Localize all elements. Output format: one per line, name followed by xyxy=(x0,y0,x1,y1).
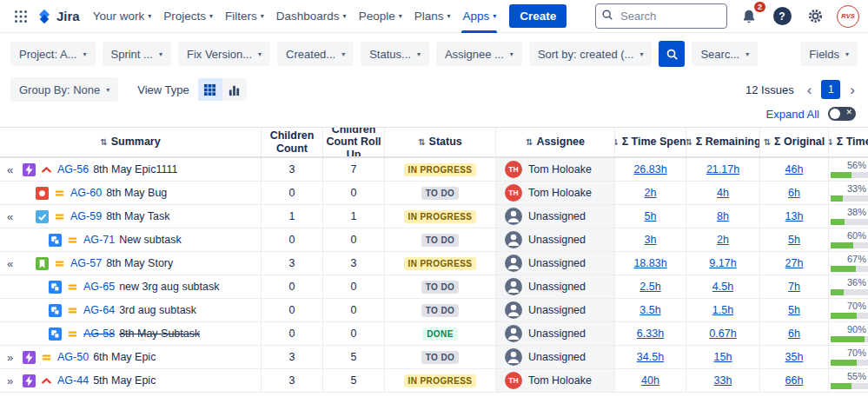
table-row[interactable]: « AG-59 8th May Task 1 1 IN PROGRESS xyxy=(0,205,868,228)
grid-view-button[interactable] xyxy=(198,78,222,101)
column-header-remaining[interactable]: ⇅ Σ Remaining xyxy=(686,128,759,156)
time-original-link[interactable]: 5h xyxy=(788,304,800,316)
time-remaining-link[interactable]: 33h xyxy=(714,374,732,387)
time-spent-link[interactable]: 3.5h xyxy=(639,304,660,316)
expand-collapse-icon[interactable]: « xyxy=(7,163,13,176)
table-row[interactable]: » AG-44 5th May Epic 3 5 IN PROGRESS TH xyxy=(0,369,868,393)
filter-dropdown-button[interactable]: Fix Version... ▾ xyxy=(178,42,270,66)
fields-button[interactable]: Fields ▾ xyxy=(800,42,858,66)
time-remaining-link[interactable]: 1.5h xyxy=(712,304,733,316)
apply-search-button[interactable] xyxy=(659,41,685,67)
issue-key-link[interactable]: AG-57 xyxy=(70,257,102,269)
time-spent-link[interactable]: 2h xyxy=(645,187,657,199)
expand-collapse-icon[interactable]: « xyxy=(7,210,13,223)
nav-item-filters[interactable]: Filters ▾ xyxy=(219,0,270,33)
time-original-link[interactable]: 6h xyxy=(788,187,800,199)
time-remaining-link[interactable]: 4h xyxy=(717,187,729,199)
time-spent-link[interactable]: 5h xyxy=(645,210,657,222)
nav-item-plans[interactable]: Plans ▾ xyxy=(408,0,457,33)
notifications-button[interactable]: 2 xyxy=(738,5,760,28)
user-avatar[interactable]: RVS xyxy=(837,5,859,28)
table-row[interactable]: « AG-56 8th May Epic1111 3 7 IN PROGRESS… xyxy=(0,158,868,182)
column-header-children-count-rollup[interactable]: Children Count Roll Up xyxy=(322,128,384,156)
create-button[interactable]: Create xyxy=(509,4,567,28)
table-row[interactable]: AG-65 new 3rg aug subtask 0 0 TO DO Unas… xyxy=(0,275,868,299)
time-original-link[interactable]: 6h xyxy=(788,328,800,340)
time-original-link[interactable]: 35h xyxy=(785,351,804,363)
time-original-link[interactable]: 5h xyxy=(788,234,800,246)
time-remaining-link[interactable]: 4.5h xyxy=(712,281,733,293)
time-original-link[interactable]: 27h xyxy=(785,257,804,269)
column-header-time-spent[interactable]: ⇅ Σ Time Spent xyxy=(614,128,686,156)
assignee-avatar xyxy=(505,301,522,319)
group-by-dropdown[interactable]: Group By: None ▾ xyxy=(10,77,118,102)
nav-item-dashboards[interactable]: Dashboards ▾ xyxy=(270,0,353,33)
filter-dropdown-button[interactable]: Assignee ... ▾ xyxy=(436,42,522,66)
column-header-time-percent[interactable]: ⇅ Σ Time xyxy=(828,128,868,156)
expand-collapse-icon[interactable]: » xyxy=(7,351,13,364)
page-number-button[interactable]: 1 xyxy=(821,80,840,99)
time-original-link[interactable]: 7h xyxy=(788,281,800,293)
issue-key-link[interactable]: AG-60 xyxy=(70,187,102,199)
column-header-summary[interactable]: ⇅ Summary xyxy=(0,128,261,156)
issue-key-link[interactable]: AG-71 xyxy=(83,234,115,246)
expand-all-toggle[interactable]: ✕ xyxy=(828,107,856,121)
column-header-assignee[interactable]: ⇅ Assignee xyxy=(495,128,614,156)
time-remaining-link[interactable]: 15h xyxy=(714,351,732,363)
time-remaining-link[interactable]: 9.17h xyxy=(709,257,736,269)
nav-item-your-work[interactable]: Your work ▾ xyxy=(87,0,158,33)
time-original-link[interactable]: 46h xyxy=(785,163,804,175)
table-row[interactable]: AG-71 New subtask 0 0 TO DO Unassigned 3… xyxy=(0,228,868,252)
expand-collapse-icon[interactable]: « xyxy=(7,257,13,270)
chart-view-button[interactable] xyxy=(222,78,247,101)
text-search-filter-button[interactable]: Searc... ▾ xyxy=(692,42,758,66)
issue-key-link[interactable]: AG-50 xyxy=(57,351,89,363)
time-remaining-link[interactable]: 8h xyxy=(717,210,729,222)
filter-dropdown-button[interactable]: Project: A... ▾ xyxy=(10,42,96,66)
issue-key-link[interactable]: AG-58 xyxy=(83,328,115,340)
table-row[interactable]: AG-58 8th May Subtask 0 0 DONE Unassigne… xyxy=(0,322,868,346)
time-remaining-link[interactable]: 0.67h xyxy=(709,328,736,340)
time-spent-link[interactable]: 2.5h xyxy=(639,281,660,293)
expand-collapse-icon[interactable]: » xyxy=(7,374,13,387)
time-remaining-link[interactable]: 21.17h xyxy=(706,163,739,175)
settings-button[interactable] xyxy=(804,5,826,28)
table-row[interactable]: AG-64 3rd aug subtask 0 0 TO DO Unassign… xyxy=(0,299,868,322)
prev-page-button[interactable]: ‹ xyxy=(805,83,815,97)
issue-key-link[interactable]: AG-59 xyxy=(70,210,102,222)
search-input[interactable] xyxy=(595,3,727,29)
time-original-link[interactable]: 13h xyxy=(785,210,804,222)
time-spent-link[interactable]: 40h xyxy=(641,374,659,387)
jira-logo[interactable]: Jira xyxy=(33,9,87,24)
filter-dropdown-button[interactable]: Sort by: created (... ▾ xyxy=(529,42,653,66)
issue-type-icon xyxy=(23,351,36,364)
time-spent-link[interactable]: 6.33h xyxy=(637,328,664,340)
time-spent-link[interactable]: 26.83h xyxy=(633,163,666,175)
time-remaining-link[interactable]: 2h xyxy=(717,234,729,246)
issue-key-link[interactable]: AG-65 xyxy=(83,281,115,293)
help-button[interactable]: ? xyxy=(771,5,793,28)
issue-key-link[interactable]: AG-64 xyxy=(83,304,115,316)
filter-bar: Project: A... ▾ Sprint ... ▾ Fix Version… xyxy=(0,33,868,75)
table-row[interactable]: » AG-50 6th May Epic 3 5 TO DO xyxy=(0,346,868,369)
issue-key-link[interactable]: AG-44 xyxy=(57,374,89,387)
nav-item-projects[interactable]: Projects ▾ xyxy=(157,0,219,33)
app-switcher-icon[interactable] xyxy=(9,4,33,29)
filter-dropdown-button[interactable]: Status... ▾ xyxy=(361,42,429,66)
column-header-original[interactable]: ⇅ Σ Original xyxy=(759,128,828,156)
nav-item-people[interactable]: People ▾ xyxy=(353,0,408,33)
time-spent-link[interactable]: 34.5h xyxy=(637,351,664,363)
table-row[interactable]: « AG-57 8th May Story 3 3 IN PROGRESS xyxy=(0,252,868,275)
issue-key-link[interactable]: AG-56 xyxy=(57,163,89,175)
filter-dropdown-button[interactable]: Created... ▾ xyxy=(277,42,354,66)
filter-dropdown-button[interactable]: Sprint ... ▾ xyxy=(103,42,171,66)
time-original-link[interactable]: 66h xyxy=(785,374,804,387)
time-spent-link[interactable]: 3h xyxy=(645,234,657,246)
expand-all-link[interactable]: Expand All xyxy=(766,108,819,121)
next-page-button[interactable]: › xyxy=(847,83,858,97)
column-header-status[interactable]: ⇅ Status xyxy=(384,128,495,156)
table-row[interactable]: AG-60 8th May Bug 0 0 TO DO TH Tom Holoa… xyxy=(0,182,868,205)
column-header-children-count[interactable]: Children Count xyxy=(261,128,322,156)
nav-item-apps[interactable]: Apps ▾ xyxy=(456,0,502,33)
time-spent-link[interactable]: 18.83h xyxy=(633,257,666,269)
